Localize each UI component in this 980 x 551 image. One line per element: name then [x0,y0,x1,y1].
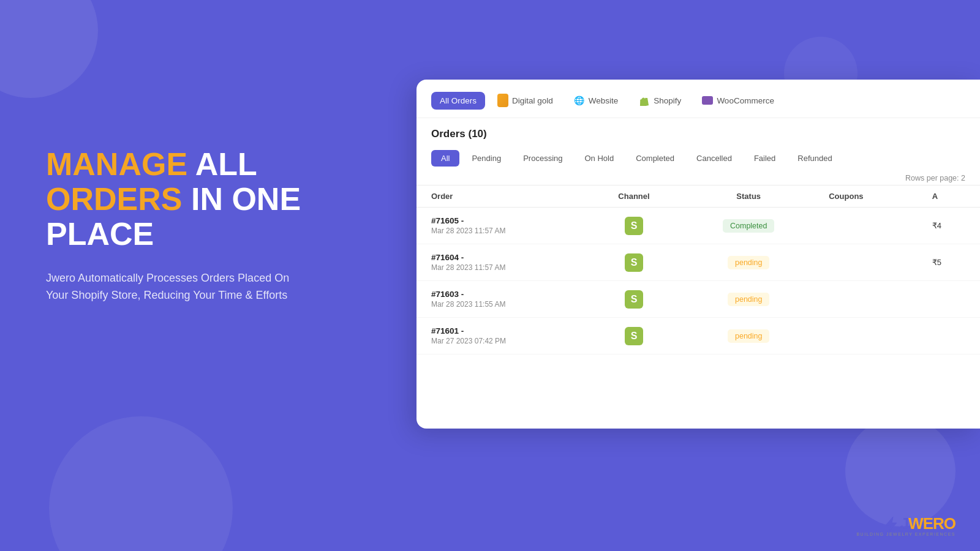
order-id: #71601 - [431,326,570,335]
rows-per-page-value: 2 [961,174,965,182]
coupons-cell [814,318,918,354]
tab-shopify[interactable]: Shopify [630,91,690,110]
jwero-bolt-icon [884,515,898,533]
order-cell: #71601 -Mar 27 2023 07:42 PM [417,318,585,354]
shopify-tab-icon [639,95,650,106]
jwero-logo-icon: JWERO BUILDING JEWELRY EXPERIENCES [856,514,956,536]
logo-wero: WERO [908,514,956,533]
status-cell: Completed [683,208,814,244]
col-amount: A [918,186,980,208]
order-cell: #71604 -Mar 28 2023 11:57 AM [417,244,585,281]
hero-heading: MANAGE ALL ORDERS IN ONE PLACE [46,147,303,252]
coupons-cell [814,244,918,281]
channel-cell: S [585,281,683,318]
status-tab-cancelled[interactable]: Cancelled [687,150,742,167]
status-tab-pending[interactable]: Pending [462,150,511,167]
shopify-icon: S [625,253,643,272]
tab-website-label: Website [589,96,619,105]
orders-panel: All Orders Digital gold 🌐 Website Shopif… [417,80,980,429]
order-id: #71604 - [431,253,570,262]
shopify-icon: S [625,327,643,345]
shopify-icon: S [625,217,643,235]
status-tab-refunded[interactable]: Refunded [788,150,842,167]
status-cell: pending [683,281,814,318]
woocommerce-icon [702,95,713,106]
logo-j: J [900,514,908,533]
status-tab-failed[interactable]: Failed [744,150,785,167]
tab-digital-gold[interactable]: Digital gold [489,91,562,110]
table-row[interactable]: #71605 -Mar 28 2023 11:57 AMSCompleted₹4 [417,208,980,244]
order-id: #71603 - [431,290,570,299]
table-row[interactable]: #71603 -Mar 28 2023 11:55 AMSpending [417,281,980,318]
order-date: Mar 27 2023 07:42 PM [431,337,570,345]
table-row[interactable]: #71604 -Mar 28 2023 11:57 AMSpending₹5 [417,244,980,281]
status-tab-all[interactable]: All [431,150,459,167]
hero-subtext: Jwero Automatically Processes Orders Pla… [46,269,303,305]
tab-all-orders-label: All Orders [440,96,477,105]
order-date: Mar 28 2023 11:57 AM [431,227,570,235]
status-tab-completed[interactable]: Completed [626,150,684,167]
tab-website[interactable]: 🌐 Website [565,91,627,110]
order-cell: #71605 -Mar 28 2023 11:57 AM [417,208,585,244]
digital-gold-icon [497,95,508,106]
globe-icon: 🌐 [574,95,585,106]
status-tab-on-hold[interactable]: On Hold [575,150,624,167]
order-date: Mar 28 2023 11:55 AM [431,300,570,309]
heading-in-one: IN ONE [182,181,301,217]
channel-cell: S [585,318,683,354]
heading-orders: ORDERS [46,181,182,217]
amount-cell [918,318,980,354]
status-cell: pending [683,318,814,354]
status-badge: pending [728,293,770,306]
status-badge: pending [728,329,770,343]
channel-cell: S [585,208,683,244]
jwero-logo: JWERO BUILDING JEWELRY EXPERIENCES [856,514,956,536]
orders-header: Orders (10) [417,118,980,145]
amount-cell [918,281,980,318]
orders-table: Order Channel Status Coupons A #71605 -M… [417,185,980,354]
amount-cell: ₹4 [918,208,980,244]
channel-cell: S [585,244,683,281]
status-badge: pending [728,256,770,269]
decorative-circle-br [845,416,956,527]
channel-tabs: All Orders Digital gold 🌐 Website Shopif… [417,80,980,118]
coupons-cell [814,281,918,318]
order-cell: #71603 -Mar 28 2023 11:55 AM [417,281,585,318]
rows-per-page: Rows per page: 2 [417,171,980,185]
tab-woocommerce-label: WooCommerce [717,96,774,105]
hero-section: MANAGE ALL ORDERS IN ONE PLACE Jwero Aut… [46,147,303,304]
status-tabs: All Pending Processing On Hold Completed… [417,145,980,171]
col-coupons: Coupons [814,186,918,208]
col-status: Status [683,186,814,208]
tab-woocommerce[interactable]: WooCommerce [693,91,783,110]
heading-manage: MANAGE [46,146,187,182]
orders-title: Orders (10) [431,128,487,140]
col-channel: Channel [585,186,683,208]
order-id: #71605 - [431,216,570,225]
rows-per-page-label: Rows per page: [905,174,959,182]
heading-place: PLACE [46,216,154,252]
shopify-icon: S [625,290,643,309]
status-tab-processing[interactable]: Processing [513,150,572,167]
coupons-cell [814,208,918,244]
heading-all: ALL [187,146,257,182]
tab-all-orders[interactable]: All Orders [431,92,485,110]
status-cell: pending [683,244,814,281]
col-order: Order [417,186,585,208]
tab-shopify-label: Shopify [654,96,681,105]
logo-subtext: BUILDING JEWELRY EXPERIENCES [856,532,956,536]
table-row[interactable]: #71601 -Mar 27 2023 07:42 PMSpending [417,318,980,354]
status-badge: Completed [723,219,774,233]
order-date: Mar 28 2023 11:57 AM [431,263,570,272]
tab-digital-gold-label: Digital gold [512,96,553,105]
amount-cell: ₹5 [918,244,980,281]
